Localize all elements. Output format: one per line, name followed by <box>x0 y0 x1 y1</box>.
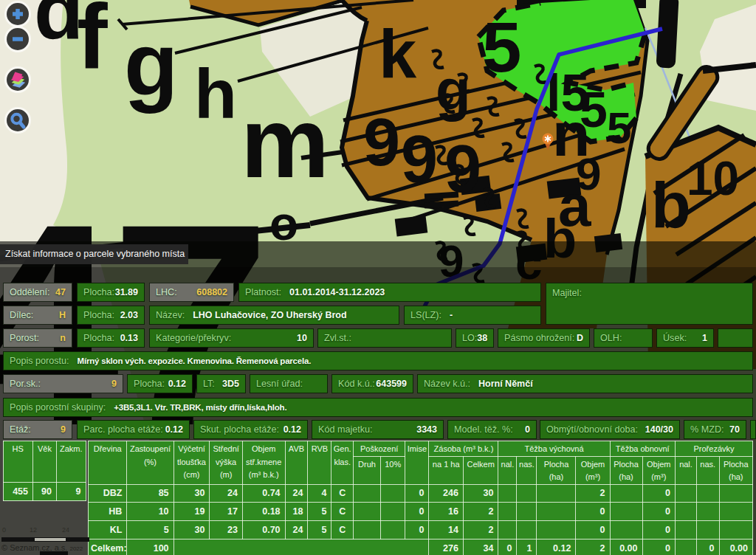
svg-text:9: 9 <box>444 132 481 206</box>
svg-text:f: f <box>77 0 108 87</box>
svg-text:k: k <box>379 16 417 92</box>
svg-text:g: g <box>124 14 178 114</box>
svg-text:5: 5 <box>482 7 521 86</box>
svg-text:5: 5 <box>580 81 608 137</box>
svg-text:9: 9 <box>363 106 400 179</box>
svg-text:b: b <box>651 168 691 241</box>
svg-text:g: g <box>436 58 471 123</box>
svg-text:5: 5 <box>607 103 631 153</box>
svg-text:10: 10 <box>687 152 739 205</box>
svg-text:9: 9 <box>401 123 438 196</box>
svg-text:h: h <box>194 55 237 133</box>
